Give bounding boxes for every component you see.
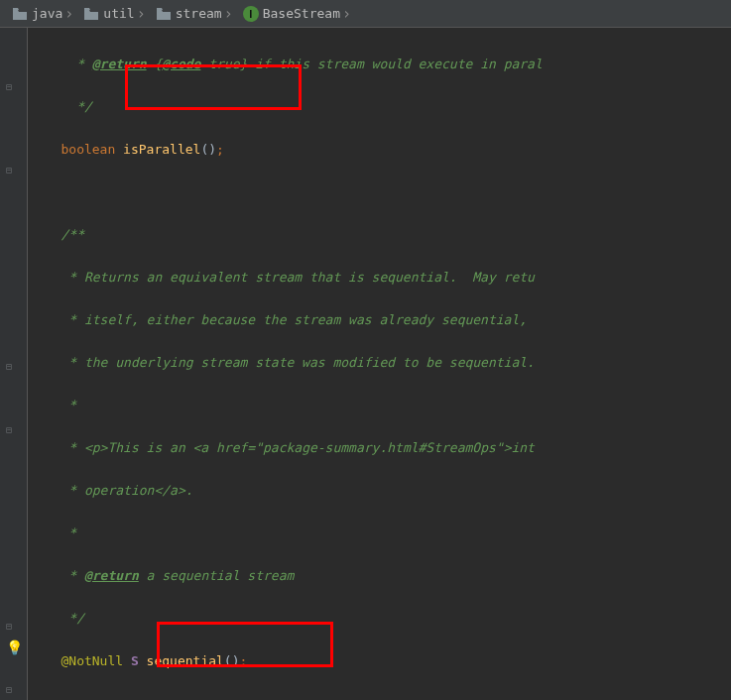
breadcrumb-label: java xyxy=(32,6,62,21)
breadcrumb-item-java[interactable]: java › xyxy=(8,5,79,23)
code-line[interactable]: * the underlying stream state was modifi… xyxy=(38,352,731,374)
code-line[interactable]: * @return {@code true} if this stream wo… xyxy=(38,54,731,75)
code-line[interactable]: * xyxy=(38,395,731,416)
fold-marker-icon[interactable]: ⊟ xyxy=(6,424,12,435)
code-line[interactable]: * @return a sequential stream xyxy=(38,565,731,587)
chevron-right-icon: › xyxy=(137,5,146,23)
code-line[interactable]: * xyxy=(38,523,731,544)
code-line[interactable] xyxy=(38,181,731,203)
fold-marker-icon[interactable]: ⊟ xyxy=(6,165,12,175)
code-area[interactable]: * @return {@code true} if this stream wo… xyxy=(28,28,731,700)
code-line[interactable]: */ xyxy=(38,608,731,630)
code-line[interactable]: * Returns an equivalent stream that is s… xyxy=(38,267,731,289)
code-line[interactable]: * <p>This is an <a href="package-summary… xyxy=(38,437,731,459)
folder-icon xyxy=(83,7,99,21)
interface-icon: I xyxy=(243,7,259,21)
breadcrumb-bar: java › util › stream › I BaseStream › xyxy=(0,0,731,28)
breadcrumb-label: stream xyxy=(176,6,222,21)
chevron-right-icon: › xyxy=(64,5,73,23)
breadcrumb-label: BaseStream xyxy=(263,6,340,21)
code-line[interactable]: * operation</a>. xyxy=(38,480,731,502)
breadcrumb-item-stream[interactable]: stream › xyxy=(152,5,239,23)
gutter[interactable]: ⊟ ⊟ ⊟ ⊟ ⊟ 💡 ⊟ xyxy=(0,28,28,700)
breadcrumb-item-util[interactable]: util › xyxy=(79,5,151,23)
chevron-right-icon: › xyxy=(224,5,233,23)
intention-bulb-icon[interactable]: 💡 xyxy=(6,640,23,655)
code-line[interactable] xyxy=(38,693,731,701)
code-line[interactable]: */ xyxy=(38,96,731,118)
fold-marker-icon[interactable]: ⊟ xyxy=(6,684,12,695)
fold-marker-icon[interactable]: ⊟ xyxy=(6,361,12,372)
code-line[interactable]: @NotNull S sequential(); xyxy=(38,650,731,672)
folder-icon xyxy=(156,7,172,21)
code-line[interactable]: /** xyxy=(38,224,731,246)
code-line[interactable]: * itself, either because the stream was … xyxy=(38,309,731,331)
breadcrumb-label: util xyxy=(103,6,134,21)
fold-marker-icon[interactable]: ⊟ xyxy=(6,621,12,632)
code-line[interactable]: boolean isParallel(); xyxy=(38,139,731,161)
editor: ⊟ ⊟ ⊟ ⊟ ⊟ 💡 ⊟ * @return {@code true} if … xyxy=(0,28,731,700)
fold-marker-icon[interactable]: ⊟ xyxy=(6,81,12,92)
breadcrumb-item-basestream[interactable]: I BaseStream › xyxy=(239,5,357,23)
chevron-right-icon: › xyxy=(342,5,351,23)
folder-icon xyxy=(12,7,28,21)
